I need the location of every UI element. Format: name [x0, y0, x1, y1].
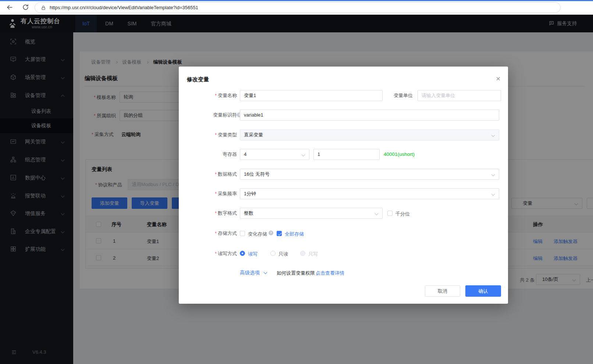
chevron-down-icon [491, 133, 495, 137]
chevron-down-icon [302, 153, 305, 157]
thousands-checkbox[interactable] [387, 211, 393, 216]
rw-readonly-radio[interactable] [270, 251, 276, 256]
screen: https://mp.usr.cn/#/cloud/device/ViewEdi… [0, 0, 593, 364]
variable-unit-label: 变量单位 [385, 90, 413, 101]
identifier-label: 变量标识符 [182, 110, 237, 121]
rw-writeonly-label: 只写 [308, 251, 318, 257]
variable-type-select[interactable]: 直采变量 [240, 129, 499, 140]
chevron-down-icon [491, 192, 495, 196]
rw-writeonly-radio [300, 251, 305, 256]
advanced-options-toggle[interactable]: 高级选项 [240, 270, 267, 276]
frequency-select[interactable]: 1分钟 [240, 188, 499, 199]
rw-readwrite-label: 读写 [248, 251, 258, 257]
storage-change-label: 变化存储 [248, 231, 267, 238]
storage-change-checkbox[interactable] [240, 231, 245, 236]
rw-mode-label: 读写方式 [182, 248, 237, 259]
number-format-label: 数字格式 [182, 208, 237, 219]
permission-detail-link[interactable]: 点击查看详情 [316, 270, 344, 276]
variable-name-label: 变量名称 [182, 90, 237, 101]
storage-all-label: 全部存储 [285, 231, 304, 238]
rw-readonly-label: 只读 [278, 251, 288, 257]
variable-type-label: 变量类型 [182, 129, 237, 140]
frequency-label: 采集频率 [182, 188, 237, 199]
edit-variable-modal: 修改变量 ✕ 变量名称 变量1 变量单位 请输入变量单位 变量标识符 ? var… [179, 67, 508, 304]
help-icon[interactable]: ? [269, 231, 273, 235]
chevron-down-icon [491, 173, 495, 176]
cancel-button[interactable]: 取消 [425, 285, 460, 297]
window-top-edge [0, 0, 593, 1]
register-label: 寄存器 [182, 149, 237, 160]
storage-mode-label: 存储方式 [182, 228, 237, 239]
back-icon[interactable] [6, 4, 13, 11]
permission-hint-text: 如何设置变量权限， [277, 270, 320, 276]
identifier-input[interactable]: variable1 [240, 110, 499, 121]
confirm-button[interactable]: 确认 [465, 285, 501, 297]
url-text: https://mp.usr.cn/#/cloud/device/ViewEdi… [50, 5, 198, 10]
thousands-label: 千分位 [395, 211, 410, 217]
url-bar[interactable]: https://mp.usr.cn/#/cloud/device/ViewEdi… [35, 2, 561, 13]
refresh-icon[interactable] [22, 4, 29, 11]
variable-unit-input[interactable]: 请输入变量单位 [418, 90, 501, 101]
variable-name-input[interactable]: 变量1 [240, 90, 383, 101]
data-format-label: 数据格式 [182, 169, 237, 180]
register-address-input[interactable]: 1 [313, 149, 380, 160]
storage-all-checkbox[interactable] [277, 231, 282, 236]
register-type-select[interactable]: 4 [240, 149, 309, 160]
lock-icon [41, 5, 46, 11]
register-hint: 40001(ushort) [384, 149, 415, 160]
modal-title: 修改变量 [187, 76, 209, 83]
data-format-select[interactable]: 16位 无符号 [240, 169, 499, 180]
chevron-down-icon [375, 212, 379, 215]
number-format-select[interactable]: 整数 [240, 208, 383, 219]
rw-readwrite-radio[interactable] [240, 251, 245, 256]
close-icon[interactable]: ✕ [496, 75, 501, 82]
browser-toolbar: https://mp.usr.cn/#/cloud/device/ViewEdi… [0, 0, 593, 15]
chevron-down-icon [263, 271, 267, 274]
